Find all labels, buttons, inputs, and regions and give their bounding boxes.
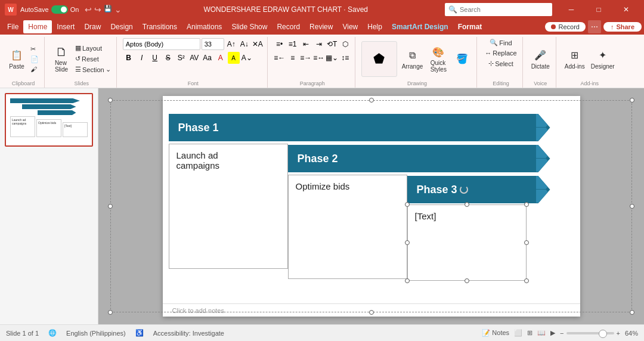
char-spacing-button[interactable]: AV [188,52,200,64]
undo-icon[interactable]: ↩ [85,5,92,14]
smartart-container[interactable]: Phase 1 Phase 2 P [169,114,574,299]
copy-button[interactable]: 📄 [29,55,41,64]
options-button[interactable]: ⋯ [588,20,601,33]
justify-button[interactable]: ≡↔ [313,52,325,64]
zoom-slider[interactable] [566,332,614,334]
numbering-button[interactable]: ≡1 [287,38,299,50]
view-reading-button[interactable]: 📖 [537,329,546,337]
cut-button[interactable]: ✂ [29,45,41,54]
handle-tr[interactable] [630,98,634,103]
shadow-button[interactable]: S² [175,52,187,64]
handle-bl[interactable] [108,310,113,315]
p3-handle-ml[interactable] [405,240,410,245]
menu-record[interactable]: Record [272,20,305,33]
phase1-arrow[interactable]: Phase 1 [169,114,550,141]
font-grow-button[interactable]: A↑ [225,38,237,50]
search-input[interactable] [460,6,549,13]
menu-insert[interactable]: Insert [52,20,79,33]
clear-format-button[interactable]: ✕A [252,38,264,50]
phase3-box[interactable]: [Text] [407,204,527,281]
window-controls[interactable]: ─ □ ✕ [558,2,639,17]
p3-handle-tl[interactable] [405,202,410,207]
notes-button[interactable]: 📝 Notes [482,329,509,337]
maximize-button[interactable]: □ [586,2,612,17]
align-right-button[interactable]: ≡→ [300,52,312,64]
handle-ml[interactable] [108,204,113,209]
font-color-button[interactable]: A [215,52,227,64]
case-button[interactable]: Aa [202,52,213,64]
menu-format[interactable]: Format [453,20,487,33]
find-button[interactable]: 🔍 Find [488,38,513,47]
menu-animations[interactable]: Animations [182,20,227,33]
view-slide-sorter-button[interactable]: ⊞ [527,329,532,337]
convert-to-smartart-button[interactable]: ⬡ [339,38,351,50]
arrange-button[interactable]: ⧉ Arrange [400,47,426,71]
share-button[interactable]: ↑ Share [603,22,642,32]
slide-thumbnail-1[interactable]: 1 Launch ad campaigns Optimize bids [Tex… [5,93,93,147]
shape-fill-button[interactable]: 🪣 [451,51,473,67]
menu-file[interactable]: File [2,20,23,33]
autosave-control[interactable]: AutoSave On [20,5,79,14]
quick-styles-button[interactable]: 🎨 QuickStyles [428,44,449,74]
record-button[interactable]: Record [545,22,585,32]
align-left-button[interactable]: ≡← [274,52,286,64]
handle-bc[interactable] [369,310,374,315]
phase2-arrow[interactable]: Phase 2 [288,145,550,172]
zoom-control[interactable]: − + [560,330,620,337]
undo-redo-group[interactable]: ↩ ↪ 💾 ⌄ [85,5,122,14]
p3-handle-tr[interactable] [524,202,529,207]
search-box[interactable]: 🔍 [445,3,552,16]
phase2-box[interactable]: Optimize bids [288,175,407,279]
p3-handle-br[interactable] [524,278,529,283]
designer-button[interactable]: ✦ Designer [589,47,617,71]
save-icon[interactable]: 💾 [104,5,112,14]
bullets-button[interactable]: ≡• [274,38,286,50]
italic-button[interactable]: I [136,52,148,64]
increase-indent-button[interactable]: ⇥ [313,38,325,50]
line-spacing-button[interactable]: ↕≡ [339,52,351,64]
menu-transitions[interactable]: Transitions [138,20,182,33]
p3-handle-bc[interactable] [465,278,469,283]
font-name-input[interactable] [123,38,200,50]
menu-help[interactable]: Help [363,20,387,33]
decrease-indent-button[interactable]: ⇤ [300,38,312,50]
menu-slideshow[interactable]: Slide Show [227,20,272,33]
phase3-arrow[interactable]: Phase 3 [407,176,550,203]
font-shrink-button[interactable]: A↓ [239,38,250,50]
text-direction-button[interactable]: ⟲T [326,38,338,50]
zoom-in-button[interactable]: + [617,330,620,337]
new-slide-button[interactable]: 🗋 NewSlide [51,44,72,74]
highlight-button[interactable]: A [228,52,240,64]
format-painter-button[interactable]: 🖌 [29,65,41,73]
slide[interactable]: Click to add notes Phase 1 Phase 2 [163,96,580,317]
handle-tl[interactable] [108,98,113,103]
bold-button[interactable]: B [123,52,135,64]
accessibility-label[interactable]: Accessibility: Investigate [153,330,224,337]
handle-br[interactable] [630,310,634,315]
font-size-input[interactable] [202,38,224,50]
columns-button[interactable]: ▦⌄ [326,52,338,64]
minimize-button[interactable]: ─ [558,2,584,17]
zoom-percent[interactable]: 64% [625,330,638,337]
view-normal-button[interactable]: ⬜ [514,329,522,337]
menu-home[interactable]: Home [23,20,52,33]
font-color2-button[interactable]: A⌄ [241,52,253,64]
handle-tc[interactable] [369,98,374,103]
menu-smartart[interactable]: SmartArt Design [387,20,453,33]
menu-draw[interactable]: Draw [79,20,106,33]
strikethrough-button[interactable]: S [162,52,174,64]
view-slideshow-button[interactable]: ▶ [550,329,555,337]
zoom-out-button[interactable]: − [560,330,564,337]
reset-button[interactable]: ↺ Reset [73,54,113,63]
p3-handle-bl[interactable] [405,278,410,283]
align-center-button[interactable]: ≡ [287,52,299,64]
section-button[interactable]: ☰ Section ⌄ [73,65,113,74]
phase1-box[interactable]: Launch adcampaigns [169,144,288,269]
p3-handle-tc[interactable] [465,202,469,207]
paste-button[interactable]: 📋 Paste [6,47,27,71]
menu-design[interactable]: Design [106,20,137,33]
menu-review[interactable]: Review [305,20,338,33]
close-button[interactable]: ✕ [613,2,639,17]
menu-view[interactable]: View [338,20,363,33]
handle-mr[interactable] [630,204,634,209]
